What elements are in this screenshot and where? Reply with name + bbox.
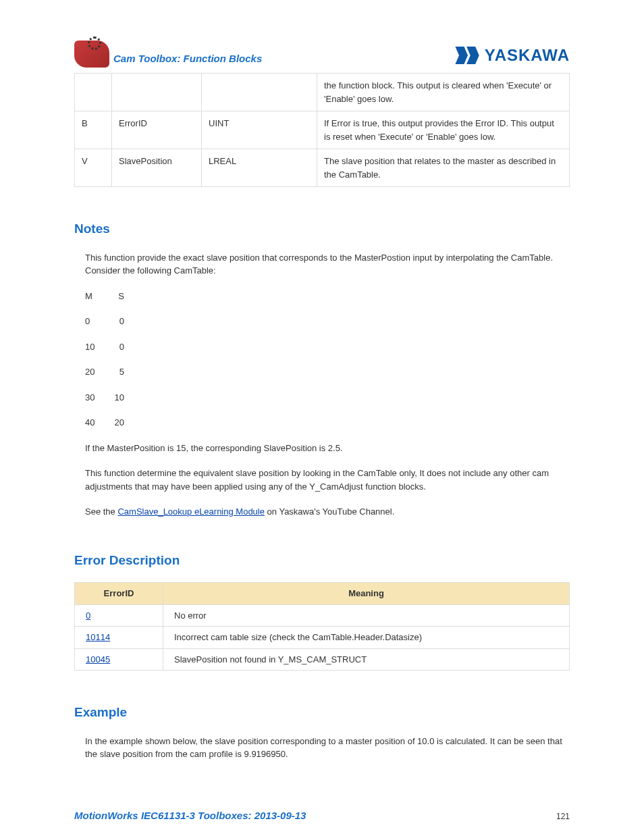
notes-paragraph: If the MasterPosition is 15, the corresp… bbox=[85, 442, 570, 455]
table-row: 10045 SlavePosition not found in Y_MS_CA… bbox=[75, 648, 570, 671]
notes-paragraph: This function provide the exact slave po… bbox=[85, 251, 570, 278]
notes-paragraph: This function determine the equivalent s… bbox=[85, 467, 570, 493]
ms-header-s: S bbox=[112, 290, 124, 303]
text: on Yaskawa's YouTube Channel. bbox=[265, 506, 394, 517]
table-row: B ErrorID UINT If Error is true, this ou… bbox=[75, 111, 570, 149]
svg-marker-0 bbox=[455, 47, 468, 64]
cell: UINT bbox=[202, 111, 317, 149]
cell bbox=[75, 74, 112, 111]
cell bbox=[202, 74, 317, 111]
header-title: Cam Toolbox: Function Blocks bbox=[113, 51, 262, 67]
toolbox-logo-icon bbox=[74, 41, 109, 68]
ms-row: 10 0 bbox=[85, 340, 570, 354]
ms-m: 0 bbox=[85, 315, 97, 328]
cell: ErrorID bbox=[112, 111, 202, 149]
error-id-link[interactable]: 0 bbox=[86, 610, 90, 621]
ms-s: 0 bbox=[112, 340, 124, 354]
cell: LREAL bbox=[202, 149, 317, 187]
cell: B bbox=[75, 111, 112, 149]
table-row: the function block. This output is clear… bbox=[75, 74, 570, 111]
error-id-cell: 0 bbox=[75, 604, 163, 627]
cell: V bbox=[75, 149, 112, 187]
page-header: Cam Toolbox: Function Blocks YASKAWA bbox=[74, 41, 570, 68]
example-body: In the example shown below, the slave po… bbox=[74, 735, 570, 761]
cell: If Error is true, this output provides t… bbox=[317, 111, 570, 149]
error-meaning-cell: No error bbox=[163, 604, 570, 627]
ms-s: 0 bbox=[112, 315, 124, 328]
error-id-cell: 10045 bbox=[75, 648, 163, 671]
text: See the bbox=[85, 506, 117, 517]
example-heading: Example bbox=[74, 703, 570, 723]
cell: The slave position that relates to the m… bbox=[317, 149, 570, 187]
table-row: V SlavePosition LREAL The slave position… bbox=[75, 149, 570, 187]
header-left: Cam Toolbox: Function Blocks bbox=[74, 41, 262, 68]
ms-m: 10 bbox=[85, 340, 97, 354]
error-id-cell: 10114 bbox=[75, 627, 163, 649]
yaskawa-mark-icon bbox=[455, 47, 481, 64]
footer-title: MotionWorks IEC61131-3 Toolboxes: 2013-0… bbox=[74, 808, 306, 824]
ms-row: 30 10 bbox=[85, 391, 570, 405]
yaskawa-logo: YASKAWA bbox=[455, 43, 570, 68]
page-footer: MotionWorks IEC61131-3 Toolboxes: 2013-0… bbox=[74, 808, 570, 824]
error-id-link[interactable]: 10114 bbox=[86, 632, 110, 642]
parameters-table: the function block. This output is clear… bbox=[74, 73, 570, 187]
svg-marker-1 bbox=[466, 47, 479, 64]
error-meaning-cell: Incorrect cam table size (check the CamT… bbox=[163, 627, 570, 649]
ms-row: 0 0 bbox=[85, 315, 570, 328]
ms-header-m: M bbox=[85, 290, 97, 303]
elearning-module-link[interactable]: CamSlave_Lookup eLearning Module bbox=[117, 506, 265, 517]
notes-paragraph: See the CamSlave_Lookup eLearning Module… bbox=[85, 505, 570, 519]
example-paragraph: In the example shown below, the slave po… bbox=[85, 735, 570, 761]
table-row: 10114 Incorrect cam table size (check th… bbox=[75, 627, 570, 649]
table-row: 0 No error bbox=[75, 604, 570, 627]
cell: SlavePosition bbox=[112, 149, 202, 187]
error-table-header-row: ErrorID Meaning bbox=[75, 583, 570, 605]
notes-body: This function provide the exact slave po… bbox=[74, 251, 570, 519]
cell: the function block. This output is clear… bbox=[317, 74, 570, 111]
footer-page-number: 121 bbox=[556, 810, 570, 823]
ms-s: 5 bbox=[112, 365, 124, 379]
error-meaning-cell: SlavePosition not found in Y_MS_CAM_STRU… bbox=[163, 648, 570, 671]
error-table: ErrorID Meaning 0 No error 10114 Incorre… bbox=[74, 582, 570, 671]
ms-m: 40 bbox=[85, 416, 97, 429]
ms-m: 20 bbox=[85, 365, 97, 379]
ms-s: 20 bbox=[112, 416, 124, 429]
error-description-heading: Error Description bbox=[74, 551, 570, 571]
ms-header-row: M S bbox=[85, 290, 570, 303]
ms-s: 10 bbox=[112, 391, 124, 405]
error-id-link[interactable]: 10045 bbox=[86, 654, 110, 664]
ms-m: 30 bbox=[85, 391, 97, 405]
yaskawa-brand-text: YASKAWA bbox=[485, 43, 570, 68]
cell bbox=[112, 74, 202, 111]
ms-row: 20 5 bbox=[85, 365, 570, 379]
ms-row: 40 20 bbox=[85, 416, 570, 429]
notes-heading: Notes bbox=[74, 219, 570, 239]
error-th-id: ErrorID bbox=[75, 583, 163, 605]
error-th-meaning: Meaning bbox=[163, 583, 570, 605]
